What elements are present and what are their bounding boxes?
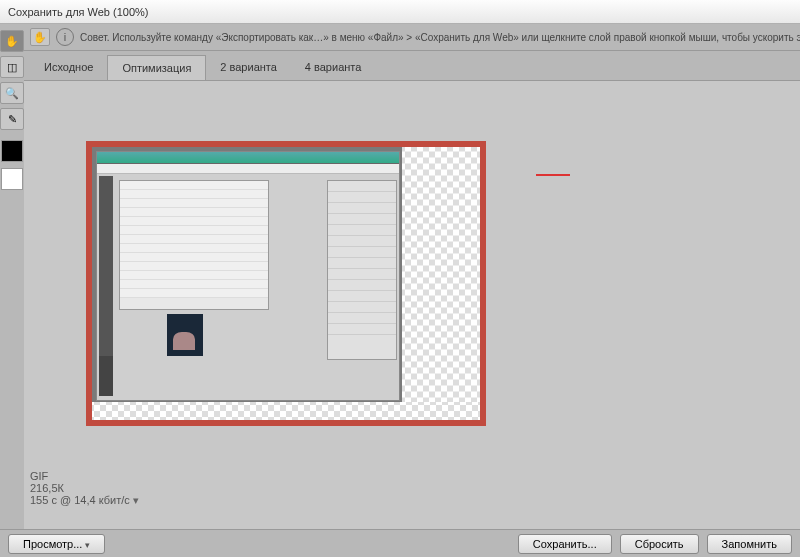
info-size: 216,5К — [30, 482, 139, 494]
zoom-tool[interactable]: 🔍 — [0, 82, 24, 104]
tab-4up[interactable]: 4 варианта — [291, 55, 376, 80]
canvas-area[interactable]: GIF 216,5К 155 с @ 14,4 кбит/с ▾ Дизерин… — [24, 81, 800, 535]
window-title: Сохранить для Web (100%) — [8, 6, 149, 18]
window-titlebar: Сохранить для Web (100%) — [0, 0, 800, 24]
tab-original[interactable]: Исходное — [30, 55, 107, 80]
toggle-swatch[interactable] — [1, 168, 23, 190]
tab-2up[interactable]: 2 варианта — [206, 55, 291, 80]
view-tabs: Исходное Оптимизация 2 варианта 4 вариан… — [24, 51, 800, 81]
info-icon: i — [56, 28, 74, 46]
info-speed: 155 с @ 14,4 кбит/с — [30, 494, 130, 506]
preview-button[interactable]: Просмотр... — [8, 534, 105, 554]
dialog-footer: Просмотр... Сохранить... Сбросить Запомн… — [0, 529, 800, 557]
tool-column: ✋ ◫ 🔍 ✎ — [0, 24, 24, 557]
save-button[interactable]: Сохранить... — [518, 534, 612, 554]
foreground-swatch[interactable] — [1, 140, 23, 162]
slice-tool[interactable]: ◫ — [0, 56, 24, 78]
annotation-arrow — [536, 174, 570, 176]
tip-text: Совет. Используйте команду «Экспортирова… — [80, 32, 800, 43]
remember-button[interactable]: Запомнить — [707, 534, 792, 554]
tip-bar: ✋ i Совет. Используйте команду «Экспорти… — [24, 24, 800, 51]
format-info: GIF 216,5К 155 с @ 14,4 кбит/с ▾ — [30, 470, 139, 507]
tab-optimized[interactable]: Оптимизация — [107, 55, 206, 80]
eyedropper-tool[interactable]: ✎ — [0, 108, 24, 130]
hand-tool[interactable]: ✋ — [0, 30, 24, 52]
cancel-button[interactable]: Сбросить — [620, 534, 699, 554]
hand-icon: ✋ — [30, 28, 50, 46]
preview-image — [86, 141, 486, 426]
info-format: GIF — [30, 470, 139, 482]
